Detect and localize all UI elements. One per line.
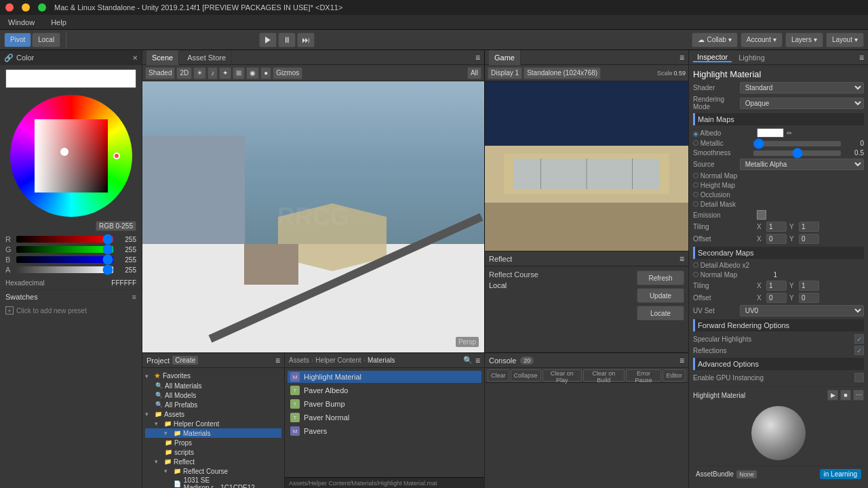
- title-bar-close[interactable]: [5, 3, 14, 12]
- lighting-tab[interactable]: Lighting: [734, 54, 769, 62]
- audio-button[interactable]: ♪: [208, 67, 218, 79]
- offset-x-input[interactable]: [766, 234, 787, 244]
- light-button[interactable]: ☀: [193, 67, 206, 79]
- sec-tiling-y-input[interactable]: [799, 281, 819, 291]
- albedo-pencil-icon[interactable]: ✏: [787, 129, 792, 137]
- reflect-item[interactable]: ▾ 📁 Reflect: [145, 457, 281, 466]
- menu-help[interactable]: Help: [48, 17, 69, 28]
- albedo-color-swatch[interactable]: [757, 128, 784, 138]
- game-menu-icon[interactable]: ≡: [679, 53, 684, 62]
- assets-item[interactable]: ▾ 📁 Assets: [145, 409, 281, 419]
- scene-tab[interactable]: Scene: [146, 50, 179, 65]
- step-button[interactable]: ⏭: [297, 33, 315, 47]
- project-menu-icon[interactable]: ≡: [275, 356, 280, 365]
- assets-search-icon[interactable]: 🔍: [463, 356, 473, 365]
- reflect-menu-icon[interactable]: ≡: [679, 254, 684, 264]
- game-tab[interactable]: Game: [489, 50, 521, 65]
- all-prefabs-item[interactable]: 🔍 All Prefabs: [145, 400, 281, 409]
- color-panel-close[interactable]: ✕: [132, 54, 138, 62]
- pause-button[interactable]: ⏸: [278, 33, 296, 47]
- bc-materials[interactable]: Materials: [368, 357, 395, 364]
- console-editor-btn[interactable]: Editor: [663, 369, 686, 382]
- channel-b-slider[interactable]: [16, 256, 113, 263]
- preview-stop-btn[interactable]: ■: [840, 390, 851, 401]
- pivot-button[interactable]: Pivot: [4, 33, 31, 47]
- shaded-dropdown[interactable]: Shaded: [145, 67, 175, 79]
- refresh-button[interactable]: Refresh: [637, 270, 684, 285]
- scene-all-button[interactable]: All: [467, 67, 481, 79]
- color-saturation-dot[interactable]: [60, 148, 68, 156]
- uv-set-dropdown[interactable]: UV0: [740, 305, 864, 317]
- console-error-pause-btn[interactable]: Error Pause: [626, 369, 662, 382]
- madison-1[interactable]: 📄 1031 SE Madison.r....1C1CDE12: [145, 476, 281, 488]
- console-clear-btn[interactable]: Clear: [488, 369, 509, 382]
- props-item[interactable]: 📁 Props: [145, 438, 281, 447]
- color-sq[interactable]: [35, 119, 108, 192]
- helper-content-item[interactable]: ▾ 📁 Helper Content: [145, 419, 281, 428]
- source-dropdown[interactable]: Metallic Alpha: [740, 159, 864, 170]
- sec-offset-y-input[interactable]: [799, 293, 819, 303]
- metallic-slider[interactable]: [753, 141, 841, 146]
- specular-checkbox[interactable]: ✓: [854, 334, 864, 344]
- console-clear-build-btn[interactable]: Clear on Build: [583, 369, 625, 382]
- color-hue-dot[interactable]: [113, 152, 120, 159]
- inspector-menu-icon[interactable]: ≡: [859, 53, 864, 62]
- scripts-item[interactable]: 📁 scripts: [145, 447, 281, 457]
- scene-view[interactable]: RRCG Persp: [142, 81, 484, 352]
- bc-helper[interactable]: Helper Content: [315, 357, 361, 364]
- local-button[interactable]: Local: [32, 33, 60, 47]
- tiling-x-input[interactable]: [766, 222, 787, 232]
- materials-folder-item[interactable]: ▾ 📁 Materials: [145, 428, 281, 438]
- display-dropdown[interactable]: Display 1: [488, 67, 522, 79]
- tiling-y-input[interactable]: [799, 222, 819, 232]
- scene-tools-3[interactable]: ●: [260, 67, 271, 79]
- fx-button[interactable]: ✦: [219, 67, 231, 79]
- bc-assets[interactable]: Assets: [289, 357, 309, 364]
- paver-bump-item[interactable]: T Paver Bump: [288, 398, 481, 410]
- all-materials-item[interactable]: 🔍 All Materials: [145, 381, 281, 390]
- title-bar-min[interactable]: [22, 3, 30, 12]
- account-button[interactable]: Account ▾: [741, 33, 783, 47]
- create-button[interactable]: Create: [172, 356, 198, 365]
- preview-options-btn[interactable]: ⋯: [853, 390, 864, 401]
- gizmos-button[interactable]: Gizmos: [273, 67, 302, 79]
- rendering-mode-dropdown[interactable]: Opaque: [740, 98, 864, 109]
- color-wheel-container[interactable]: [10, 95, 132, 217]
- scene-tools-1[interactable]: ⊞: [233, 67, 245, 79]
- smoothness-slider[interactable]: [753, 150, 841, 156]
- resolution-dropdown[interactable]: Standalone (1024x768): [524, 67, 601, 79]
- reflections-checkbox[interactable]: ✓: [854, 346, 864, 355]
- emission-swatch[interactable]: [757, 210, 766, 220]
- swatches-menu[interactable]: ≡: [132, 293, 136, 301]
- console-clear-play-btn[interactable]: Clear on Play: [542, 369, 582, 382]
- sec-offset-x-input[interactable]: [766, 293, 787, 303]
- locate-button[interactable]: Locate: [637, 306, 684, 321]
- title-bar-max[interactable]: [38, 3, 46, 12]
- paver-normal-item[interactable]: T Paver Normal: [288, 411, 481, 424]
- console-menu-icon[interactable]: ≡: [679, 356, 684, 365]
- assets-menu-icon[interactable]: ≡: [475, 356, 480, 365]
- rgb-mode-button[interactable]: RGB 0-255: [96, 221, 136, 231]
- asset-store-tab[interactable]: Asset Store: [182, 50, 232, 65]
- console-collapse-btn[interactable]: Collapse: [511, 369, 541, 382]
- preview-play-btn[interactable]: ▶: [827, 390, 838, 401]
- offset-y-input[interactable]: [799, 234, 819, 244]
- channel-a-slider[interactable]: [16, 266, 113, 273]
- play-button[interactable]: [259, 33, 277, 47]
- favorites-item[interactable]: ▾ ★ Favorites: [145, 371, 281, 381]
- update-button[interactable]: Update: [637, 288, 684, 303]
- channel-g-slider[interactable]: [16, 246, 113, 253]
- inspector-tab[interactable]: Inspector: [693, 53, 732, 62]
- layers-button[interactable]: Layers ▾: [785, 33, 823, 47]
- all-models-item[interactable]: 🔍 All Models: [145, 390, 281, 400]
- layout-button[interactable]: Layout ▾: [826, 33, 864, 47]
- pavers-item[interactable]: M Pavers: [288, 425, 481, 437]
- sec-tiling-x-input[interactable]: [766, 281, 787, 291]
- gpu-instancing-checkbox[interactable]: [854, 373, 864, 382]
- channel-r-slider[interactable]: [16, 236, 113, 243]
- reflect-course-item[interactable]: ▾ 📁 Reflect Course: [145, 466, 281, 476]
- highlight-material-item[interactable]: M Highlight Material: [288, 371, 481, 383]
- scene-tools-2[interactable]: ◉: [246, 67, 259, 79]
- scene-menu-icon[interactable]: ≡: [475, 53, 480, 62]
- paver-albedo-item[interactable]: T Paver Albedo: [288, 384, 481, 396]
